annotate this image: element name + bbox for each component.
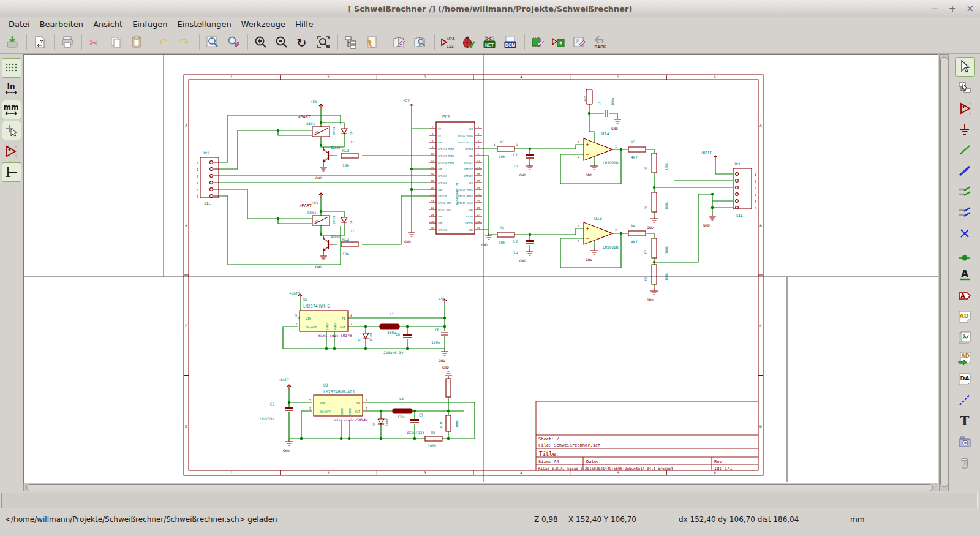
hierarchy-navigator-button[interactable] xyxy=(342,32,361,52)
svg-text:GND: GND xyxy=(439,358,445,363)
schematic-canvas[interactable]: 123456123456ABCDABCDJP2SIL123456>PARTG5V… xyxy=(23,54,938,483)
minimize-button[interactable]: − xyxy=(931,4,939,13)
place-graphic-line-button[interactable] xyxy=(956,390,975,410)
svg-text:3V3: 3V3 xyxy=(469,181,473,184)
bom-button[interactable]: BOM xyxy=(501,32,521,52)
place-junction-button[interactable] xyxy=(956,244,975,264)
right-tools-toolbar: A A AD AD DA T xyxy=(951,54,980,491)
units-inches-button[interactable]: In xyxy=(2,79,21,99)
zoom-out-button[interactable] xyxy=(273,32,292,52)
svg-text:A: A xyxy=(961,293,965,299)
svg-text:JP1: JP1 xyxy=(734,162,741,166)
print-button[interactable] xyxy=(58,32,78,52)
vertical-scrollbar[interactable] xyxy=(939,54,949,491)
undo-button[interactable]: ↶ xyxy=(155,32,175,52)
page-settings-button[interactable] xyxy=(31,32,50,52)
menu-einstellungen[interactable]: Einstellungen xyxy=(173,18,236,30)
cursor-shape-button[interactable] xyxy=(2,121,21,140)
svg-text:C2: C2 xyxy=(513,239,518,243)
menu-datei[interactable]: Datei xyxy=(4,18,35,30)
back-annotate-button[interactable]: BACK xyxy=(591,32,611,52)
svg-text:4: 4 xyxy=(755,193,756,197)
svg-text:3: 3 xyxy=(424,470,426,475)
svg-text:GND: GND xyxy=(438,141,443,144)
zoom-fit-button[interactable] xyxy=(314,32,334,52)
place-power-port-button[interactable] xyxy=(956,119,975,139)
svg-text:BOM: BOM xyxy=(505,42,516,47)
svg-text:R7: R7 xyxy=(644,250,647,254)
menu-einfuegen[interactable]: Einfügen xyxy=(127,18,172,30)
footprint-editor-button[interactable] xyxy=(570,32,590,52)
library-browser-button[interactable] xyxy=(411,32,431,52)
find-button[interactable] xyxy=(203,32,223,52)
hv-orientation-button[interactable] xyxy=(2,162,21,182)
annotate-button[interactable]: U?A123 xyxy=(439,32,458,52)
svg-text:1: 1 xyxy=(197,161,198,165)
zoom-redraw-button[interactable]: ↻ xyxy=(293,32,313,52)
place-image-button[interactable] xyxy=(956,432,975,451)
svg-text:SIL: SIL xyxy=(204,201,211,205)
place-global-label-button[interactable]: A xyxy=(956,286,975,306)
delete-tool-button[interactable] xyxy=(956,453,975,472)
status-delta: dx 152,40 dy 106,70 dist 186,04 xyxy=(679,515,799,524)
place-text-button[interactable]: T xyxy=(956,411,975,431)
bus-to-bus-entry-button[interactable] xyxy=(956,203,975,222)
svg-text:B140F: B140F xyxy=(385,418,388,426)
svg-text:VIN: VIN xyxy=(320,401,325,405)
svg-text:Rev: Rev xyxy=(714,459,722,464)
menu-bearbeiten[interactable]: Bearbeiten xyxy=(35,18,88,30)
library-editor-button[interactable] xyxy=(390,32,410,52)
svg-text:D1: D1 xyxy=(358,337,361,341)
svg-text:+5V: +5V xyxy=(311,99,317,104)
svg-text:5V: 5V xyxy=(438,127,441,130)
svg-text:ON/OFF: ON/OFF xyxy=(306,325,317,329)
cursor-tool-button[interactable] xyxy=(956,57,975,77)
zoom-in-button[interactable] xyxy=(252,32,271,52)
import-sheet-pin-button[interactable]: AD xyxy=(956,349,975,368)
svg-text:9: 9 xyxy=(478,153,480,156)
place-net-label-button[interactable]: A xyxy=(956,265,975,285)
no-connect-flag-button[interactable] xyxy=(956,224,975,243)
leave-sheet-button[interactable] xyxy=(363,32,382,52)
svg-text:C: C xyxy=(185,323,187,328)
assign-footprints-button[interactable] xyxy=(529,32,548,52)
status-message: </home/willmann/Projekte/Schweißrechner/… xyxy=(5,515,277,524)
svg-text:BC848: BC848 xyxy=(331,235,340,238)
hidden-pins-button[interactable] xyxy=(2,142,21,161)
hierarchy-navigation-tool-button[interactable] xyxy=(956,78,975,97)
copy-button[interactable] xyxy=(107,32,126,52)
cut-button[interactable]: ✂ xyxy=(86,32,105,52)
horizontal-scrollbar-thumb[interactable] xyxy=(26,484,933,491)
svg-text:2: 2 xyxy=(197,168,198,172)
menu-hilfe[interactable]: Hilfe xyxy=(290,18,318,30)
svg-text:2: 2 xyxy=(327,75,330,79)
menu-ansicht[interactable]: Ansicht xyxy=(88,18,127,30)
find-replace-button[interactable] xyxy=(224,32,244,52)
run-pcbnew-button[interactable] xyxy=(549,32,569,52)
place-hierarchical-sheet-button[interactable] xyxy=(956,328,975,347)
menu-werkzeuge[interactable]: Werkzeuge xyxy=(236,18,290,30)
place-sheet-pin-button[interactable]: DA xyxy=(956,369,975,389)
maximize-button[interactable]: + xyxy=(949,4,957,13)
place-component-button[interactable] xyxy=(956,99,975,118)
place-wire-button[interactable] xyxy=(956,140,975,160)
vertical-scrollbar-thumb[interactable] xyxy=(940,57,948,487)
svg-text:10k: 10k xyxy=(499,240,505,244)
place-hierarchical-label-button[interactable]: AD xyxy=(956,307,975,327)
svg-text:GPIO9-MISO: GPIO9-MISO xyxy=(458,195,473,198)
svg-text:LM2574HVM-ADJ: LM2574HVM-ADJ xyxy=(323,390,355,394)
paste-button[interactable] xyxy=(127,32,147,52)
place-bus-button[interactable] xyxy=(956,161,975,181)
svg-text:Size: A4: Size: A4 xyxy=(538,459,559,464)
grid-toggle-button[interactable] xyxy=(2,58,21,78)
horizontal-scrollbar[interactable] xyxy=(23,483,938,491)
save-button[interactable] xyxy=(3,32,23,52)
svg-text:D4: D4 xyxy=(350,221,353,224)
netlist-button[interactable]: NET xyxy=(480,32,500,52)
units-mm-button[interactable]: mm xyxy=(2,100,21,119)
toolbar-separator xyxy=(434,34,435,50)
redo-button[interactable]: ↷ xyxy=(176,32,195,52)
erc-button[interactable] xyxy=(459,32,479,52)
close-button[interactable]: × xyxy=(966,4,974,13)
wire-to-bus-entry-button[interactable] xyxy=(956,182,975,202)
